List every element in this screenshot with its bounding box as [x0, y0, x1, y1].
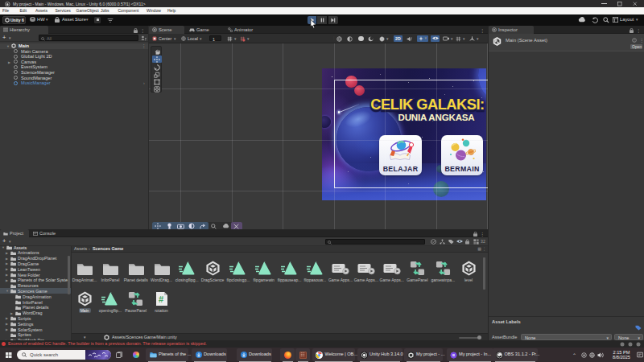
- svg-text:#: #: [159, 294, 163, 304]
